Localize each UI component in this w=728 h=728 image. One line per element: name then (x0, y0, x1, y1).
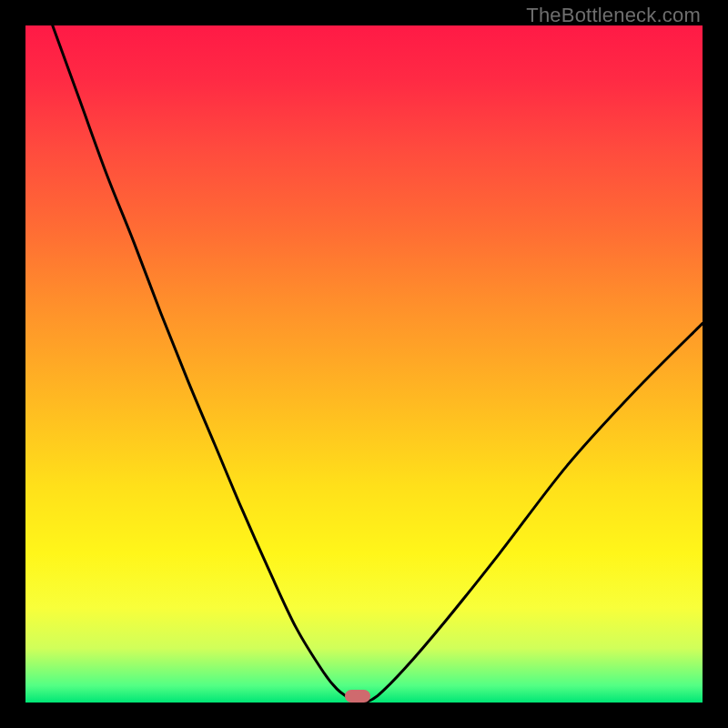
plot-area (25, 25, 703, 703)
curve-layer (25, 25, 703, 703)
optimum-marker (345, 690, 370, 703)
bottleneck-curve (53, 25, 703, 703)
chart-frame: TheBottleneck.com (0, 0, 728, 728)
attribution-text: TheBottleneck.com (526, 4, 701, 27)
